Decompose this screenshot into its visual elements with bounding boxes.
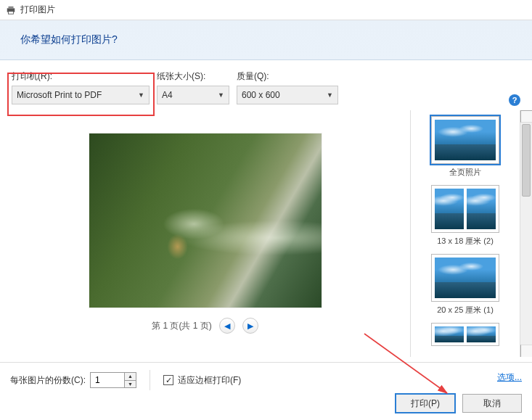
quality-label: 质量(Q): — [237, 70, 338, 83]
quality-value: 600 x 600 — [242, 90, 280, 100]
printer-value: Microsoft Print to PDF — [17, 90, 102, 100]
help-icon[interactable]: ? — [509, 94, 520, 106]
scroll-down-button[interactable]: ▼ — [520, 345, 532, 357]
next-page-button[interactable]: ▶ — [242, 318, 258, 334]
copies-spinner[interactable]: ▲ ▼ — [90, 372, 136, 388]
fit-frame-checkbox[interactable]: ✓ 适应边框打印(F) — [163, 374, 241, 387]
printer-combo[interactable]: Microsoft Print to PDF ▼ — [12, 86, 150, 104]
svg-rect-1 — [9, 6, 14, 8]
layout-item-13x18[interactable]: 13 x 18 厘米 (2) — [431, 185, 499, 247]
layout-thumb — [435, 258, 496, 298]
footer-top: 每张图片的份数(C): ▲ ▼ ✓ 适应边框打印(F) 选项... — [0, 363, 532, 398]
footer-buttons: 打印(P) 取消 — [396, 394, 522, 413]
print-button[interactable]: 打印(P) — [396, 394, 455, 413]
layout-caption: 20 x 25 厘米 (1) — [437, 305, 494, 316]
cancel-button[interactable]: 取消 — [462, 394, 522, 413]
titlebar: 打印图片 — [0, 0, 532, 20]
header-band: 你希望如何打印图片? — [0, 20, 532, 60]
fit-frame-label: 适应边框打印(F) — [178, 374, 241, 387]
layout-list: 全页照片 13 x 18 厘米 (2) 20 x 25 厘米 (1) — [411, 110, 520, 357]
printer-field: 打印机(R): Microsoft Print to PDF ▼ — [12, 70, 150, 104]
footer: 每张图片的份数(C): ▲ ▼ ✓ 适应边框打印(F) 选项... 打印(P) … — [0, 362, 532, 420]
preview-pane: 第 1 页(共 1 页) ◀ ▶ — [0, 110, 410, 357]
paper-field: 纸张大小(S): A4 ▼ — [157, 70, 229, 104]
layout-pane: 全页照片 13 x 18 厘米 (2) 20 x 25 厘米 (1) ▲ ▼ — [410, 110, 532, 357]
divider — [150, 370, 150, 390]
copies-field: 每张图片的份数(C): ▲ ▼ — [10, 372, 136, 388]
svg-rect-2 — [9, 11, 14, 14]
header-question: 你希望如何打印图片? — [20, 33, 512, 46]
chevron-down-icon: ▼ — [138, 91, 144, 99]
paper-combo[interactable]: A4 ▼ — [157, 86, 229, 104]
layout-scrollbar[interactable]: ▲ ▼ — [520, 110, 532, 357]
layout-thumb — [435, 326, 496, 342]
chevron-down-icon: ▼ — [327, 91, 333, 99]
chevron-down-icon: ▼ — [218, 91, 224, 99]
layout-caption: 13 x 18 厘米 (2) — [437, 236, 494, 247]
copies-up-button[interactable]: ▲ — [125, 373, 136, 381]
copies-label: 每张图片的份数(C): — [10, 374, 86, 387]
layout-caption: 全页照片 — [449, 167, 481, 178]
layout-thumb — [435, 189, 496, 229]
printer-label: 打印机(R): — [12, 70, 150, 83]
layout-item-partial[interactable] — [431, 323, 499, 349]
quality-combo[interactable]: 600 x 600 ▼ — [237, 86, 338, 104]
paper-label: 纸张大小(S): — [157, 70, 229, 83]
quality-field: 质量(Q): 600 x 600 ▼ — [237, 70, 338, 104]
preview-image — [89, 133, 322, 308]
layout-item-20x25[interactable]: 20 x 25 厘米 (1) — [431, 254, 499, 316]
scroll-track[interactable] — [520, 123, 532, 345]
layout-thumb — [435, 120, 496, 160]
layout-item-fullpage[interactable]: 全页照片 — [431, 116, 499, 178]
paper-value: A4 — [162, 90, 173, 100]
scroll-up-button[interactable]: ▲ — [520, 110, 532, 123]
page-indicator: 第 1 页(共 1 页) — [152, 320, 212, 332]
checkbox-icon: ✓ — [163, 375, 173, 385]
prev-page-button[interactable]: ◀ — [219, 318, 235, 334]
options-link[interactable]: 选项... — [497, 371, 522, 384]
scroll-thumb[interactable] — [522, 124, 531, 197]
main-area: 第 1 页(共 1 页) ◀ ▶ 全页照片 13 x 18 厘米 (2) 20 … — [0, 110, 532, 357]
window-title: 打印图片 — [20, 4, 55, 16]
copies-input[interactable] — [91, 373, 124, 387]
printer-icon — [6, 5, 16, 15]
copies-down-button[interactable]: ▼ — [125, 381, 136, 388]
page-nav: 第 1 页(共 1 页) ◀ ▶ — [152, 318, 258, 334]
options-row: 打印机(R): Microsoft Print to PDF ▼ 纸张大小(S)… — [0, 60, 532, 110]
